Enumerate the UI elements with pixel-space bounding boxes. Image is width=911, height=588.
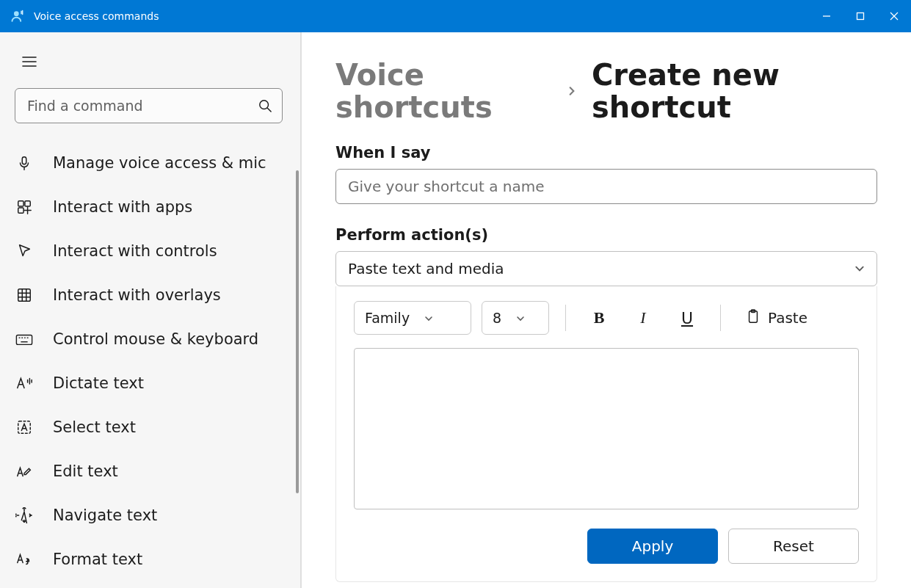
svg-rect-10: [22, 157, 26, 164]
paste-button-label: Paste: [768, 309, 807, 327]
bold-button[interactable]: B: [582, 301, 616, 335]
breadcrumb: Voice shortcuts Create new shortcut: [335, 59, 877, 123]
apply-button[interactable]: Apply: [587, 529, 718, 564]
sidebar-item-label: Format text: [53, 551, 142, 568]
sidebar-item-label: Select text: [53, 418, 136, 436]
sidebar-item-dictate[interactable]: Dictate text: [0, 361, 300, 405]
sidebar-item-label: Navigate text: [53, 507, 157, 524]
navigate-text-icon: [15, 506, 34, 525]
window-title: Voice access commands: [34, 10, 159, 22]
microphone-icon: [15, 153, 34, 173]
editor-card: Family 8 B I U: [335, 286, 877, 582]
search-button[interactable]: [250, 91, 280, 120]
window-close-button[interactable]: [877, 0, 911, 32]
font-family-value: Family: [365, 310, 410, 326]
svg-line-9: [268, 109, 272, 112]
sidebar-scrollbar[interactable]: [296, 170, 299, 493]
apply-button-label: Apply: [632, 537, 673, 555]
rich-text-editor[interactable]: [354, 348, 859, 509]
sidebar-item-select-text[interactable]: Select text: [0, 405, 300, 449]
sidebar-item-overlays[interactable]: Interact with overlays: [0, 273, 300, 317]
svg-rect-2: [857, 13, 864, 20]
window-maximize-button[interactable]: [843, 0, 877, 32]
sidebar-item-label: Edit text: [53, 462, 118, 480]
svg-rect-12: [18, 201, 23, 206]
dictate-icon: [15, 374, 34, 393]
when-i-say-label: When I say: [335, 144, 877, 161]
action-dropdown-value: Paste text and media: [348, 260, 504, 277]
sidebar-item-label: Interact with overlays: [53, 286, 221, 304]
underline-button[interactable]: U: [670, 301, 704, 335]
sidebar-item-manage-voice[interactable]: Manage voice access & mic: [0, 141, 300, 185]
app-icon: [9, 7, 26, 25]
sidebar: Manage voice access & mic Interact with …: [0, 32, 301, 588]
sidebar-item-apps[interactable]: Interact with apps: [0, 185, 300, 229]
svg-rect-13: [25, 201, 30, 206]
reset-button-label: Reset: [773, 537, 814, 555]
select-text-icon: [15, 418, 34, 437]
edit-text-icon: [15, 462, 34, 481]
keyboard-icon: [15, 330, 34, 349]
perform-actions-label: Perform action(s): [335, 226, 877, 244]
main-panel: Voice shortcuts Create new shortcut When…: [301, 32, 911, 588]
chevron-down-icon: [854, 260, 865, 277]
sidebar-item-label: Interact with controls: [53, 242, 217, 260]
font-size-dropdown[interactable]: 8: [482, 301, 549, 335]
font-family-dropdown[interactable]: Family: [354, 301, 471, 335]
sidebar-item-label: Interact with apps: [53, 198, 192, 216]
cursor-icon: [15, 242, 34, 261]
breadcrumb-root[interactable]: Voice shortcuts: [335, 59, 552, 123]
shortcut-name-input[interactable]: [335, 169, 877, 204]
sidebar-item-navigate-text[interactable]: Navigate text: [0, 493, 300, 537]
search-input[interactable]: [15, 88, 283, 123]
svg-point-8: [260, 101, 269, 109]
chevron-down-icon: [424, 310, 433, 326]
grid-icon: [15, 286, 34, 305]
reset-button[interactable]: Reset: [728, 529, 859, 564]
chevron-down-icon: [516, 310, 525, 326]
chevron-right-icon: [567, 82, 577, 100]
sidebar-item-edit-text[interactable]: Edit text: [0, 449, 300, 493]
font-size-value: 8: [493, 310, 501, 326]
sidebar-item-label: Dictate text: [53, 374, 144, 392]
sidebar-item-mouse-keyboard[interactable]: Control mouse & keyboard: [0, 317, 300, 361]
page-title: Create new shortcut: [592, 59, 877, 123]
sidebar-item-label: Control mouse & keyboard: [53, 330, 258, 348]
title-bar: Voice access commands: [0, 0, 911, 32]
svg-rect-14: [18, 208, 23, 213]
svg-rect-15: [18, 289, 31, 302]
sidebar-item-label: Manage voice access & mic: [53, 154, 266, 172]
toolbar-separator: [565, 305, 566, 331]
editor-toolbar: Family 8 B I U: [354, 301, 859, 335]
italic-button[interactable]: I: [626, 301, 660, 335]
window-minimize-button[interactable]: [810, 0, 843, 32]
nav-toggle-button[interactable]: [15, 47, 44, 76]
apps-icon: [15, 197, 34, 217]
svg-rect-20: [16, 335, 32, 344]
clipboard-icon: [746, 308, 761, 328]
sidebar-item-controls[interactable]: Interact with controls: [0, 229, 300, 273]
sidebar-nav: Manage voice access & mic Interact with …: [0, 141, 300, 588]
toolbar-separator: [720, 305, 721, 331]
sidebar-item-format-text[interactable]: Format text: [0, 537, 300, 581]
paste-button[interactable]: Paste: [737, 301, 816, 335]
svg-point-0: [14, 11, 19, 16]
action-dropdown[interactable]: Paste text and media: [335, 251, 877, 286]
format-text-icon: [15, 550, 34, 569]
